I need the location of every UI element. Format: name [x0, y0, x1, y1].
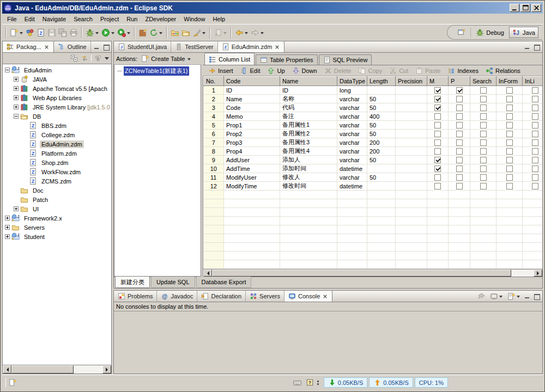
- table-row[interactable]: 3Code代码varchar50: [204, 103, 543, 112]
- checkbox-search-unchecked[interactable]: [480, 131, 487, 137]
- tree-item-college-zdm[interactable]: ZCollege.zdm: [3, 130, 111, 139]
- expand-icon[interactable]: [14, 86, 19, 91]
- expand-icon[interactable]: [14, 206, 19, 211]
- perspective-java[interactable]: JJava: [509, 27, 538, 38]
- table-row[interactable]: 9AddUser添加人varchar50: [204, 156, 543, 164]
- cell-no[interactable]: 11: [204, 173, 224, 182]
- dropdown-arrow-icon[interactable]: [245, 32, 248, 36]
- cell-prec[interactable]: [396, 112, 427, 121]
- tree-item-ui[interactable]: UI: [3, 204, 111, 213]
- cell-type[interactable]: varchar: [337, 112, 367, 121]
- menu-run[interactable]: Run: [123, 15, 141, 23]
- tab-sql-preview[interactable]: SQL Preview: [319, 54, 372, 65]
- table-row[interactable]: 2Name名称varchar50: [204, 95, 543, 103]
- debug-bug-button[interactable]: [84, 27, 100, 38]
- checkbox-inform-unchecked[interactable]: [506, 183, 513, 189]
- checkbox-inli-unchecked[interactable]: [532, 139, 538, 146]
- checkbox-p-unchecked[interactable]: [456, 157, 463, 163]
- cell-len[interactable]: [367, 164, 396, 173]
- dropdown-arrow-icon[interactable]: [95, 32, 99, 36]
- cell-prec[interactable]: [396, 182, 427, 191]
- fast-view-icon[interactable]: [9, 378, 17, 387]
- menu-project[interactable]: Project: [96, 15, 123, 23]
- cell-prec[interactable]: [396, 121, 427, 130]
- tab-eduadmin-zdm[interactable]: ZEduAdmin.zdm: [218, 41, 285, 52]
- scrollbar-track[interactable]: [11, 365, 102, 373]
- tab-update-sql[interactable]: Update SQL: [151, 277, 195, 288]
- cell-no[interactable]: 5: [204, 121, 224, 130]
- checkbox-inform-unchecked[interactable]: [506, 87, 513, 94]
- up-button[interactable]: Up: [264, 66, 287, 75]
- maximize-view-button[interactable]: [533, 44, 540, 50]
- checkbox-search-unchecked[interactable]: [480, 157, 487, 163]
- cell-name[interactable]: 备用属性1: [280, 121, 337, 130]
- cell-prec[interactable]: [396, 156, 427, 164]
- collapse-all-icon[interactable]: [70, 54, 78, 62]
- column-header-precision[interactable]: Precision: [396, 77, 427, 86]
- checkbox-m-checked[interactable]: [434, 105, 441, 111]
- checkbox-inform-unchecked[interactable]: [506, 96, 513, 102]
- table-row[interactable]: 4Memo备注varchar400: [204, 112, 543, 121]
- new-wizard-button[interactable]: [9, 27, 25, 38]
- table-row[interactable]: 1IDIDlong: [204, 86, 543, 95]
- column-header-search[interactable]: Search: [470, 77, 496, 86]
- tree-item-db[interactable]: DB: [3, 112, 111, 121]
- table-h-scrollbar[interactable]: [203, 269, 542, 277]
- checkbox-inli-unchecked[interactable]: [532, 96, 538, 102]
- checkbox-m-unchecked[interactable]: [434, 122, 441, 128]
- checkbox-search-unchecked[interactable]: [480, 166, 487, 172]
- maximize-button[interactable]: [520, 4, 530, 12]
- keyboard-icon[interactable]: [293, 378, 301, 387]
- checkbox-inform-unchecked[interactable]: [506, 166, 513, 172]
- cell-no[interactable]: 7: [204, 138, 224, 147]
- perspective-debug[interactable]: Debug: [473, 27, 507, 38]
- checkbox-inform-unchecked[interactable]: [506, 157, 513, 163]
- tree-item-eduadmin-zdm[interactable]: ZEduAdmin.zdm: [3, 139, 111, 149]
- checkbox-search-unchecked[interactable]: [480, 139, 487, 146]
- brush-button[interactable]: [191, 27, 207, 38]
- checkbox-inli-unchecked[interactable]: [532, 131, 538, 137]
- close-button[interactable]: [531, 4, 541, 12]
- table-row[interactable]: 10AddTime添加时间datetime: [204, 164, 543, 173]
- checkbox-inli-unchecked[interactable]: [532, 157, 538, 163]
- checkbox-inform-unchecked[interactable]: [506, 122, 513, 128]
- tab-[interactable]: 新建分类: [115, 277, 150, 288]
- checkbox-inli-unchecked[interactable]: [532, 122, 538, 128]
- expand-icon[interactable]: [14, 105, 19, 109]
- cell-name[interactable]: 备用属性4: [280, 147, 337, 156]
- checkbox-inli-unchecked[interactable]: [532, 166, 538, 172]
- checkbox-p-unchecked[interactable]: [456, 166, 463, 172]
- cell-code[interactable]: Prop1: [224, 121, 280, 130]
- table-row[interactable]: 6Prop2备用属性2varchar50: [204, 130, 543, 138]
- cell-code[interactable]: Prop2: [224, 130, 280, 138]
- tree-item-framework2-x[interactable]: JFramework2.x: [3, 213, 111, 223]
- dropdown-arrow-icon[interactable]: [261, 32, 264, 36]
- tab-console[interactable]: Console: [284, 291, 332, 302]
- tab-outline[interactable]: Outline: [54, 41, 91, 52]
- dropdown-arrow-icon[interactable]: [159, 32, 162, 36]
- collapse-icon[interactable]: [5, 68, 10, 72]
- dropdown-arrow-icon[interactable]: [20, 32, 23, 36]
- cell-code[interactable]: AddUser: [224, 156, 280, 164]
- run-external-button[interactable]: [116, 27, 132, 38]
- cell-code[interactable]: ModifyTime: [224, 182, 280, 191]
- tab-servers[interactable]: Servers: [246, 291, 284, 302]
- column-header-no[interactable]: No.: [204, 77, 224, 86]
- insert-button[interactable]: Insert: [205, 66, 236, 75]
- tab-problems[interactable]: Problems: [114, 291, 157, 302]
- checkbox-search-unchecked[interactable]: [480, 174, 487, 181]
- cell-type[interactable]: varchar: [337, 121, 367, 130]
- dropdown-arrow-icon[interactable]: [223, 32, 227, 36]
- tree-item-workflow-zdm[interactable]: ZWorkFlow.zdm: [3, 167, 111, 176]
- back-button[interactable]: [234, 27, 250, 38]
- checkbox-search-unchecked[interactable]: [480, 113, 487, 120]
- cell-no[interactable]: 3: [204, 103, 224, 112]
- cell-code[interactable]: Prop3: [224, 138, 280, 147]
- cell-len[interactable]: 50: [367, 121, 396, 130]
- menu-help[interactable]: Help: [209, 15, 229, 23]
- cell-type[interactable]: varchar: [337, 138, 367, 147]
- table-row[interactable]: 11ModifyUser修改人varchar50: [204, 173, 543, 182]
- checkbox-search-unchecked[interactable]: [480, 87, 487, 94]
- tree-item-shop-zdm[interactable]: ZShop.zdm: [3, 158, 111, 167]
- cell-no[interactable]: 10: [204, 164, 224, 173]
